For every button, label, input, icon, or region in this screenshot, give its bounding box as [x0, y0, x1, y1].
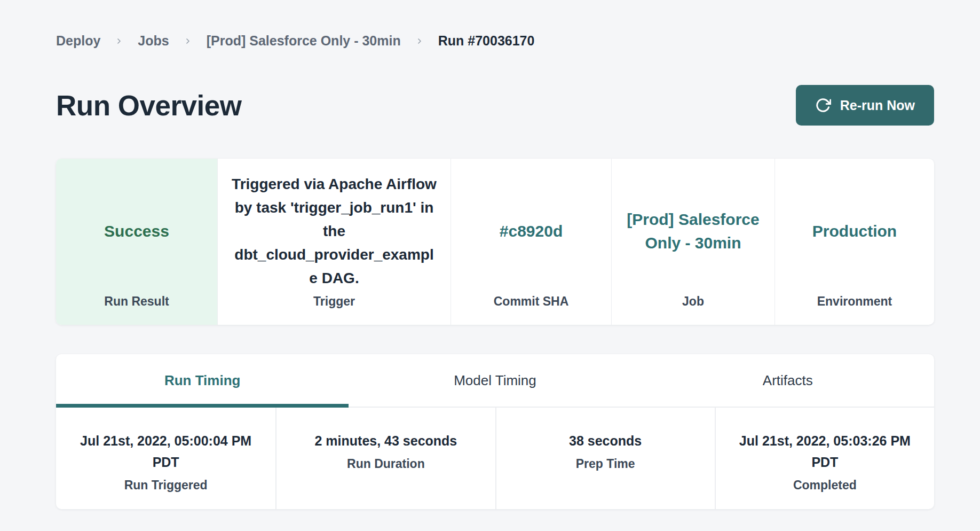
run-overview-page: Deploy Jobs [Prod] Salesforce Only - 30m… [0, 0, 980, 531]
run-summary-panel: Success Run Result Triggered via Apache … [56, 159, 934, 325]
tab-run-timing[interactable]: Run Timing [56, 354, 349, 407]
completed-value: Jul 21st, 2022, 05:03:26 PM PDT [729, 430, 921, 473]
breadcrumb-item-job-name[interactable]: [Prod] Salesforce Only - 30min [207, 33, 401, 49]
page-title: Run Overview [56, 89, 241, 122]
run-result-value: Success [104, 220, 169, 243]
summary-card-environment: Production Environment [774, 159, 934, 325]
timing-card-prep-time: 38 seconds Prep Time [495, 408, 715, 509]
tab-artifacts[interactable]: Artifacts [642, 354, 934, 407]
summary-card-job: [Prod] Salesforce Only - 30min Job [611, 159, 774, 325]
chevron-right-icon [415, 35, 424, 48]
summary-card-run-result: Success Run Result [56, 159, 217, 325]
commit-sha-link[interactable]: #c8920d [500, 220, 563, 243]
run-triggered-label: Run Triggered [124, 478, 208, 493]
summary-card-commit-sha: #c8920d Commit SHA [451, 159, 611, 325]
prep-time-label: Prep Time [576, 457, 635, 471]
completed-label: Completed [793, 478, 857, 493]
run-duration-label: Run Duration [347, 457, 425, 471]
breadcrumb-item-jobs[interactable]: Jobs [138, 33, 169, 49]
run-detail-panel: Run Timing Model Timing Artifacts Jul 21… [56, 354, 934, 509]
job-link[interactable]: [Prod] Salesforce Only - 30min [626, 208, 761, 255]
run-timing-row: Jul 21st, 2022, 05:00:04 PM PDT Run Trig… [56, 408, 934, 509]
chevron-right-icon [184, 35, 192, 48]
run-triggered-value: Jul 21st, 2022, 05:00:04 PM PDT [69, 430, 263, 473]
job-label: Job [612, 294, 774, 325]
rerun-button-label: Re-run Now [840, 98, 915, 113]
tab-model-timing[interactable]: Model Timing [349, 354, 641, 407]
timing-card-run-duration: 2 minutes, 43 seconds Run Duration [275, 408, 495, 509]
breadcrumb-item-deploy[interactable]: Deploy [56, 33, 100, 49]
breadcrumb: Deploy Jobs [Prod] Salesforce Only - 30m… [56, 33, 934, 49]
commit-sha-label: Commit SHA [451, 294, 611, 325]
refresh-icon [815, 97, 831, 113]
run-duration-value: 2 minutes, 43 seconds [314, 430, 457, 451]
environment-label: Environment [775, 294, 934, 325]
tab-model-timing-label: Model Timing [454, 372, 536, 389]
page-content: Deploy Jobs [Prod] Salesforce Only - 30m… [56, 0, 934, 509]
prep-time-value: 38 seconds [569, 430, 642, 451]
summary-card-trigger: Triggered via Apache Airflow by task 'tr… [217, 159, 451, 325]
trigger-value: Triggered via Apache Airflow by task 'tr… [232, 173, 437, 290]
active-tab-indicator [56, 404, 349, 408]
tab-bar: Run Timing Model Timing Artifacts [56, 354, 934, 408]
environment-link[interactable]: Production [812, 220, 897, 243]
trigger-label: Trigger [218, 294, 451, 325]
tab-run-timing-label: Run Timing [164, 372, 241, 389]
page-header: Run Overview Re-run Now [56, 85, 934, 126]
tab-artifacts-label: Artifacts [763, 372, 813, 389]
breadcrumb-item-current-run: Run #70036170 [438, 33, 535, 49]
timing-card-run-triggered: Jul 21st, 2022, 05:00:04 PM PDT Run Trig… [56, 408, 275, 509]
timing-card-completed: Jul 21st, 2022, 05:03:26 PM PDT Complete… [715, 408, 934, 509]
run-result-label: Run Result [56, 294, 217, 325]
chevron-right-icon [115, 35, 123, 48]
rerun-now-button[interactable]: Re-run Now [796, 85, 934, 126]
